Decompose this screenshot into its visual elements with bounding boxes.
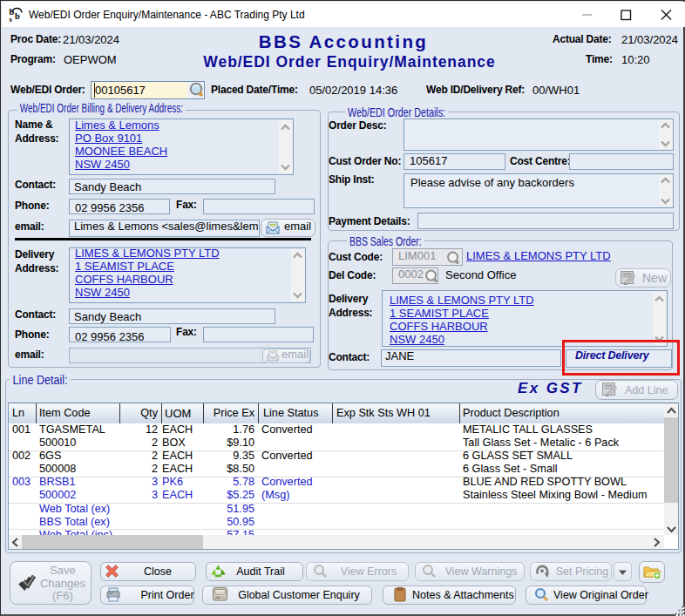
svg-text:b: b: [15, 11, 20, 21]
